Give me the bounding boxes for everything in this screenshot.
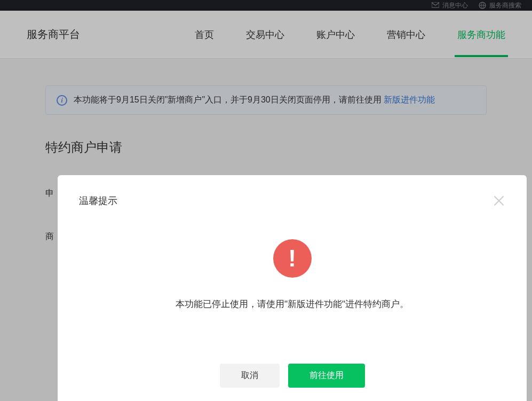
warning-icon: ! <box>273 239 312 278</box>
cancel-button[interactable]: 取消 <box>220 364 280 388</box>
modal-message: 本功能已停止使用，请使用"新版进件功能"进件特约商户。 <box>176 298 409 310</box>
modal: 温馨提示 ! 本功能已停止使用，请使用"新版进件功能"进件特约商户。 取消 前往… <box>58 175 527 401</box>
modal-body: ! 本功能已停止使用，请使用"新版进件功能"进件特约商户。 <box>79 239 505 310</box>
confirm-button[interactable]: 前往使用 <box>288 364 365 388</box>
modal-title: 温馨提示 <box>79 194 117 207</box>
modal-footer: 取消 前往使用 <box>79 364 505 388</box>
modal-header: 温馨提示 <box>79 194 505 207</box>
close-icon[interactable] <box>493 194 505 207</box>
